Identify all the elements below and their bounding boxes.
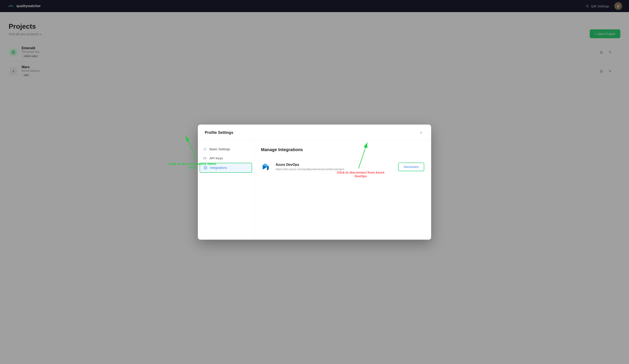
svg-rect-7 [203, 157, 206, 159]
integration-info-azure: Azure DevOps https://dev.azure.com/quali… [276, 163, 394, 171]
key-icon [203, 156, 207, 160]
sidebar-item-label-integrations: Integrations [210, 166, 227, 169]
disconnect-button[interactable]: Disconnect [398, 163, 424, 171]
modal-sidebar: Basic Settings API Keys [198, 140, 254, 240]
svg-rect-11 [206, 168, 207, 169]
modal-main-content: Manage Integrations [254, 140, 431, 240]
integration-name-azure: Azure DevOps [276, 163, 394, 167]
modal-overlay: Profile Settings × Basic Settings [0, 0, 629, 364]
sidebar-item-label-basic-settings: Basic Settings [209, 147, 230, 151]
grid-icon [203, 166, 207, 170]
modal-body: Basic Settings API Keys [198, 140, 431, 240]
gear-icon [203, 147, 207, 151]
modal-close-button[interactable]: × [418, 130, 424, 136]
sidebar-item-api-keys[interactable]: API Keys [198, 154, 254, 163]
sidebar-item-integrations[interactable]: Integrations [200, 163, 252, 173]
sidebar-item-label-api-keys: API Keys [209, 156, 223, 160]
sidebar-item-basic-settings[interactable]: Basic Settings [198, 145, 254, 154]
azure-devops-logo [261, 162, 271, 172]
svg-rect-9 [206, 166, 207, 167]
svg-rect-8 [204, 166, 205, 167]
svg-rect-10 [204, 168, 205, 169]
integration-item-azure-devops: Azure DevOps https://dev.azure.com/quali… [261, 158, 424, 176]
profile-settings-modal: Profile Settings × Basic Settings [198, 124, 431, 240]
integration-url-azure: https://dev.azure.com/qualitywatcherazur… [276, 168, 394, 171]
modal-title: Profile Settings [205, 130, 233, 135]
svg-point-6 [205, 148, 206, 150]
content-title: Manage Integrations [261, 147, 424, 152]
modal-header: Profile Settings × [198, 124, 431, 140]
